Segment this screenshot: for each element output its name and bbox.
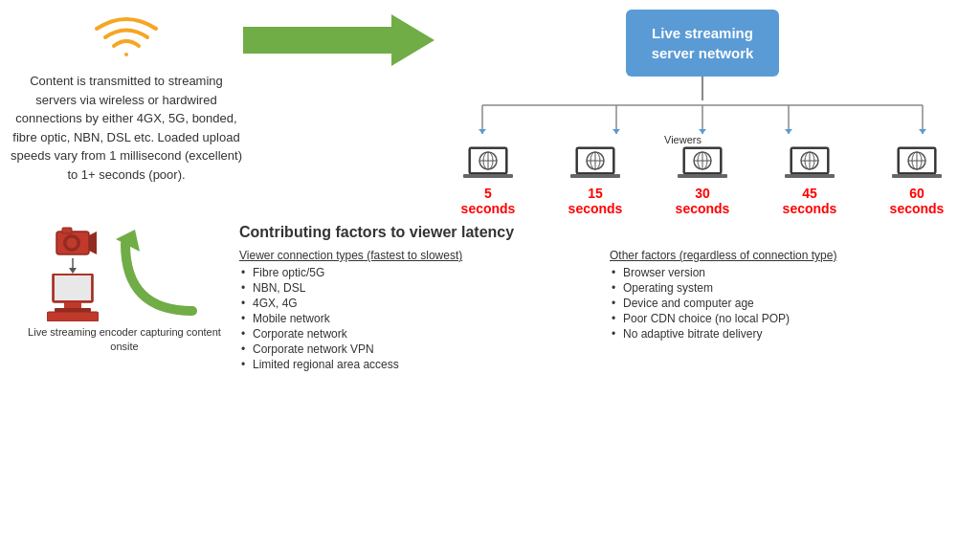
- list-item: Operating system: [610, 281, 961, 295]
- svg-marker-51: [89, 231, 97, 254]
- list-item: No adaptive bitrate delivery: [610, 327, 961, 341]
- viewer-item-30s: 30 seconds: [655, 145, 750, 216]
- viewer-seconds-5: 60 seconds: [890, 186, 945, 216]
- svg-rect-46: [892, 174, 942, 178]
- viewer-seconds-3: 30 seconds: [676, 186, 730, 216]
- svg-rect-25: [570, 174, 620, 178]
- list-item: Corporate network VPN: [239, 342, 590, 356]
- svg-rect-50: [62, 228, 72, 233]
- svg-marker-0: [243, 14, 434, 66]
- list-item: 4GX, 4G: [239, 297, 590, 310]
- top-row: Content is transmitted to streaming serv…: [10, 10, 970, 216]
- svg-point-49: [66, 237, 78, 249]
- bottom-left-panel: Live streaming encoder capturing content…: [19, 224, 230, 373]
- description-text: Content is transmitted to streaming serv…: [10, 72, 243, 184]
- viewer-seconds-1: 5 seconds: [461, 186, 516, 216]
- right-panel: Live streamingserver network: [434, 10, 970, 216]
- list-item: Poor CDN choice (no local POP): [610, 312, 961, 325]
- svg-rect-56: [64, 302, 81, 308]
- col1-title: Viewer connection types (fastest to slow…: [239, 249, 590, 262]
- list-item: NBN, DSL: [239, 281, 590, 295]
- list-item: Fibre optic/5G: [239, 266, 590, 279]
- svg-rect-55: [55, 276, 91, 300]
- laptop-icon-1: [463, 145, 513, 184]
- viewers-label: Viewers: [664, 134, 702, 145]
- down-arrow-small-icon: [66, 258, 79, 274]
- viewer-item-15s: 15 seconds: [547, 145, 643, 216]
- list-item: Browser version: [610, 266, 961, 279]
- encoder-label: Live streaming encoder capturing content…: [19, 325, 230, 355]
- server-vertical-line: [702, 77, 703, 100]
- laptop-icon-2: [570, 145, 620, 184]
- svg-rect-57: [55, 308, 91, 312]
- laptop-icon-5: [892, 145, 942, 184]
- viewer-item-5s: 5 seconds: [440, 145, 536, 216]
- laptop-icon-4: [785, 145, 835, 184]
- svg-rect-39: [785, 174, 835, 178]
- tree-lines-svg: [434, 100, 970, 134]
- viewer-item-60s: 60 seconds: [869, 145, 965, 216]
- list-item: Corporate network: [239, 327, 590, 341]
- laptop-icon-3: [678, 145, 727, 184]
- computer-icon: [47, 274, 99, 321]
- svg-rect-32: [678, 174, 727, 178]
- col-connection-types: Viewer connection types (fastest to slow…: [239, 249, 590, 373]
- encoder-stack: [47, 224, 99, 321]
- wifi-icon: [93, 10, 160, 62]
- arrow-right-container: [243, 10, 434, 72]
- viewer-seconds-4: 45 seconds: [783, 186, 837, 216]
- list-item: Mobile network: [239, 312, 590, 325]
- col1-list: Fibre optic/5G NBN, DSL 4GX, 4G Mobile n…: [239, 266, 590, 371]
- viewers-row: 5 seconds 15: [434, 145, 970, 216]
- bottom-section: Live streaming encoder capturing content…: [10, 224, 970, 373]
- two-col-layout: Viewer connection types (fastest to slow…: [239, 249, 961, 373]
- contributing-factors-panel: Contributing factors to viewer latency V…: [230, 224, 961, 373]
- viewer-seconds-2: 15 seconds: [568, 186, 623, 216]
- camera-icon: [49, 224, 97, 258]
- green-arrow-right-icon: [243, 10, 434, 72]
- left-panel: Content is transmitted to streaming serv…: [10, 10, 243, 184]
- server-label: Live streamingserver network: [652, 25, 754, 61]
- col2-title: Other factors (regardless of connection …: [610, 249, 961, 262]
- svg-rect-18: [463, 174, 513, 178]
- list-item: Limited regional area access: [239, 358, 590, 371]
- col-other-factors: Other factors (regardless of connection …: [610, 249, 961, 373]
- list-item: Device and computer age: [610, 297, 961, 310]
- viewers-label-row: Viewers: [434, 134, 970, 145]
- col2-list: Browser version Operating system Device …: [610, 266, 961, 341]
- main-container: Content is transmitted to streaming serv…: [0, 0, 980, 551]
- server-box: Live streamingserver network: [626, 10, 779, 77]
- contributing-title: Contributing factors to viewer latency: [239, 224, 961, 241]
- green-arrow-up-icon: [106, 225, 202, 320]
- svg-rect-58: [47, 312, 99, 321]
- viewer-item-45s: 45 seconds: [762, 145, 858, 216]
